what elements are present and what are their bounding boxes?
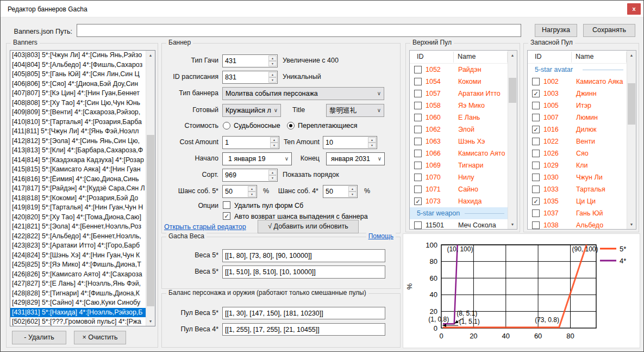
pool-weights5-input[interactable]	[222, 307, 385, 319]
list-item[interactable]: [428|828] 5*:[Тигнари] 4*:[Фишль,Диона,К	[10, 289, 146, 299]
weights5-input[interactable]	[222, 249, 385, 262]
list-item[interactable]: [431|831] 5*:[Нахида] 4*:[Ноэлль,Рэйзор,…	[10, 308, 146, 318]
spin-up-icon[interactable]: ▲	[248, 186, 256, 192]
spin-down-icon[interactable]: ▼	[348, 192, 357, 197]
pool-row-checkbox[interactable]	[414, 186, 422, 193]
list-item[interactable]: [407|807] 5*:[Кэ Цин] 4*:[Нин Гуан,Бенне…	[10, 89, 146, 98]
pool-row-checkbox[interactable]	[532, 150, 540, 157]
pool-row[interactable]: 1038Альбедо	[528, 219, 627, 229]
close-button[interactable]: x	[627, 3, 641, 15]
pool-row-checkbox[interactable]	[414, 90, 422, 97]
clear-banners-button[interactable]: × Очистить	[74, 331, 126, 344]
spin-up-icon[interactable]: ▲	[348, 186, 357, 192]
title-select[interactable]: 黎明巡礼 ∨	[326, 104, 384, 117]
list-item[interactable]: [414|814] 5*:[Каэдэхара Кадзуха] 4*:[Роз…	[10, 156, 146, 165]
chance5-spinner[interactable]: 50 ▲▼	[222, 185, 257, 198]
pool-row[interactable]: 1054Кокоми	[410, 76, 508, 88]
banner-type-select[interactable]: Молитва события персонажа ∨	[222, 87, 384, 100]
pool-row[interactable]: 11501Меч Сокола	[410, 219, 508, 229]
add-or-update-button[interactable]: √ Добавить или обновить	[258, 220, 359, 233]
list-item[interactable]: [422|822] 5*:[Альбедо] 4*:[Беннет,Ноэлль…	[10, 232, 146, 242]
pool-row[interactable]: 1037Гань Юй	[528, 207, 627, 219]
list-item[interactable]: [416|816] 5*:[Ёимия] 4*:[Саю,Диона,Синь	[10, 175, 146, 184]
list-item[interactable]: [410|810] 5*:[Тарталья] 4*:[Розария,Барб…	[10, 118, 146, 127]
list-item[interactable]: [425|825] 5*:[Яэ Мико] 4*:[Фишль,Диона,Т	[10, 260, 146, 270]
pool-row[interactable]: ✓1035Ци Ци	[528, 195, 627, 207]
list-item[interactable]: [409|809] 5*:[Венти] 4*:[Сахароза,Рэйзор…	[10, 108, 146, 118]
spin-down-icon[interactable]: ▼	[368, 143, 376, 148]
save-button[interactable]: Сохранять	[583, 24, 635, 37]
path-input[interactable]	[77, 24, 521, 37]
sort-spinner[interactable]: 969 ▲▼	[222, 169, 278, 182]
schedule-id-spinner[interactable]: 831 ▲▼	[222, 71, 278, 84]
pool-row-checkbox[interactable]	[414, 174, 422, 181]
spin-up-icon[interactable]: ▲	[268, 170, 277, 175]
pool-row-checkbox[interactable]	[532, 114, 540, 121]
spinner-arrows[interactable]: ▲▼	[348, 186, 357, 197]
pool-row-checkbox[interactable]	[414, 221, 422, 229]
list-item[interactable]: [415|815] 5*:[Камисато Аяка] 4*:[Нин Гуа…	[10, 165, 146, 175]
list-item[interactable]: [408|808] 5*:[Ху Тао] 4*:[Син Цю,Чун Юнь	[10, 98, 146, 108]
scrollbar-thumb[interactable]	[628, 83, 635, 125]
pool-row[interactable]: 1033Тарталья	[528, 183, 627, 195]
pool-row[interactable]: ✓1016Дилюк	[528, 123, 627, 135]
spinner-arrows[interactable]: ▲▼	[248, 186, 256, 197]
spinner-arrows[interactable]: ▲▼	[268, 72, 277, 83]
scroll-down-icon[interactable]: ▼	[508, 220, 517, 229]
upper-pool-scrollbar[interactable]: ▲ ▼	[508, 51, 517, 229]
pool-row[interactable]: 1063Шэнь Хэ	[410, 135, 508, 147]
gacha-type-spinner[interactable]: 431 ▲▼	[222, 54, 278, 67]
end-date-select[interactable]: января 2031 ∨	[326, 152, 385, 165]
scroll-up-icon[interactable]: ▲	[146, 51, 155, 60]
spinner-arrows[interactable]: ▲▼	[268, 55, 277, 66]
scrollbar-thumb[interactable]	[509, 78, 516, 103]
pool-row[interactable]: 1058Яэ Мико	[410, 100, 508, 112]
reserve-pool-table[interactable]: ID Name 5-star avatar1002Камисато Аяка✓1…	[527, 50, 636, 230]
prefab-select[interactable]: Кружащийся л ∨	[222, 104, 281, 117]
list-item[interactable]: [411|811] 5*:[Чжун Ли] 4*:[Янь Фэй,Ноэлл	[10, 127, 146, 137]
list-item[interactable]: [417|817] 5*:[Райдэн] 4*:[Кудзё Сара,Сян…	[10, 184, 146, 194]
list-item[interactable]: [412|812] 5*:[Эола] 4*:[Синь Янь,Син Цю,	[10, 137, 146, 146]
list-item[interactable]: [421|821] 5*:[Эола] 4*:[Беннет,Ноэлль,Ро…	[10, 222, 146, 232]
pool-row-checkbox[interactable]	[532, 209, 540, 217]
pool-row-checkbox[interactable]: ✓	[532, 126, 540, 133]
cost-radio-intertwined[interactable]	[287, 122, 295, 129]
pool-row[interactable]: 1007Люмин	[528, 112, 627, 123]
pool-row[interactable]: ✓1003Джинн	[528, 88, 627, 100]
pool-row[interactable]: 1026Сяо	[528, 147, 627, 159]
weights4-input[interactable]	[222, 265, 385, 279]
spin-up-icon[interactable]: ▲	[268, 55, 277, 61]
spin-down-icon[interactable]: ▼	[268, 77, 277, 83]
pool-row-checkbox[interactable]	[414, 114, 422, 121]
delete-banner-button[interactable]: - Удалить	[12, 331, 66, 344]
pool-row-checkbox[interactable]	[532, 174, 540, 181]
open-old-editor-link[interactable]: Открыть старый редактор	[164, 223, 246, 231]
pool-row[interactable]: 1070Нилу	[410, 171, 508, 183]
help-link[interactable]: Помощь	[366, 232, 396, 240]
list-item[interactable]: [403|803] 5*:[Чжун Ли] 4*:[Синь Янь,Рэйз…	[10, 51, 146, 60]
banners-list[interactable]: [403|803] 5*:[Чжун Ли] 4*:[Синь Янь,Рэйз…	[10, 50, 155, 326]
pool-row[interactable]: 1052Райдэн	[410, 64, 508, 76]
pool-row-checkbox[interactable]	[532, 162, 540, 169]
scrollbar-thumb[interactable]	[147, 135, 154, 306]
pool-row-checkbox[interactable]	[414, 126, 422, 133]
pool-row[interactable]: 1069Тигнари	[410, 159, 508, 171]
pool-row-checkbox[interactable]	[532, 186, 540, 193]
list-item[interactable]: [423|823] 5*:[Аратаки Итто] 4*:[Горо,Бар…	[10, 241, 146, 251]
banners-scrollbar[interactable]: ▲ ▼	[146, 51, 155, 326]
option-auto-return-checkbox[interactable]: ✓	[223, 212, 230, 220]
list-item[interactable]: [420|820] 5*:[Ху Тао] 4*:[Тома,Диона,Саю…	[10, 213, 146, 223]
scroll-up-icon[interactable]: ▲	[627, 51, 636, 60]
pool-row[interactable]: 1062Элой	[410, 123, 508, 135]
cost-radio-fate[interactable]	[223, 122, 230, 129]
spin-up-icon[interactable]: ▲	[268, 72, 277, 77]
spin-up-icon[interactable]: ▲	[368, 137, 376, 143]
spin-down-icon[interactable]: ▼	[248, 192, 256, 197]
pool-row[interactable]: 1022Венти	[528, 135, 627, 147]
pool-row-checkbox[interactable]	[414, 66, 422, 73]
ten-amount-spinner[interactable]: 10 ▲▼	[323, 136, 377, 149]
list-item[interactable]: [502|602] 5*:[???,Громовой пульс] 4*:[Рж…	[10, 317, 146, 326]
pool-row-checkbox[interactable]	[414, 78, 422, 85]
pool-row[interactable]: 1005Итэр	[528, 100, 627, 112]
list-item[interactable]: [419|819] 5*:[Тарталья] 4*:[Нин Гуан,Чун…	[10, 203, 146, 213]
